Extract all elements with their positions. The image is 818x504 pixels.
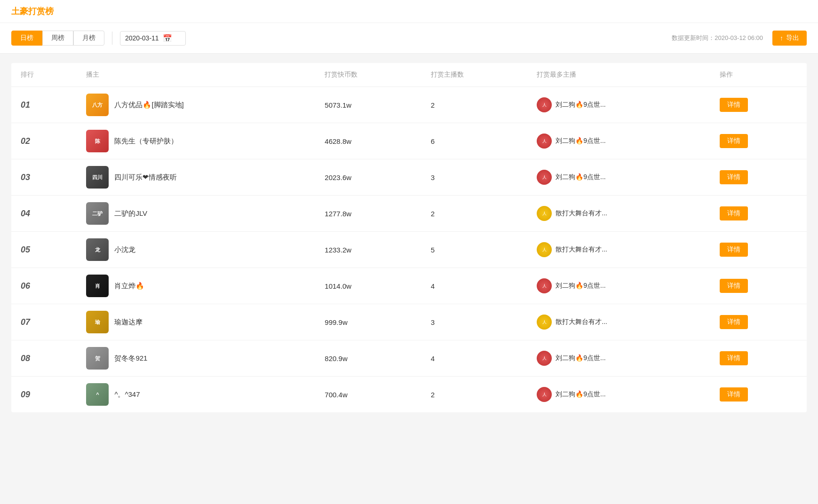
leaderboard-table-container: 排行 播主 打赏快币数 打赏主播数 打赏最多主播 操作 01 八方 八方优品🔥[… bbox=[11, 63, 807, 412]
detail-button[interactable]: 详情 bbox=[720, 351, 748, 365]
tippers-cell: 3 bbox=[421, 159, 527, 196]
tippers-count: 4 bbox=[431, 282, 435, 290]
rank-number: 06 bbox=[21, 281, 30, 291]
action-cell: 详情 bbox=[710, 304, 807, 340]
tippers-count: 3 bbox=[431, 173, 435, 181]
broadcaster-name: 四川可乐❤情感夜听 bbox=[114, 173, 177, 182]
rank-cell: 05 bbox=[11, 232, 77, 268]
top-tipper-cell: 人 散打大舞台有才... bbox=[527, 232, 710, 268]
action-cell: 详情 bbox=[710, 268, 807, 304]
broadcaster-avatar: 贺 bbox=[86, 347, 109, 370]
broadcaster-avatar: 八方 bbox=[86, 94, 109, 116]
tipper-name: 刘二狗🔥9点世... bbox=[556, 390, 605, 399]
page-header: 土豪打赏榜 bbox=[0, 0, 818, 23]
table-row: 09 ^ ^。^347 700.4w 2 人 刘二狗🔥9点世... bbox=[11, 377, 807, 413]
table-row: 01 八方 八方优品🔥[脚踏实地] 5073.1w 2 人 刘二狗🔥9点世... bbox=[11, 87, 807, 123]
top-tipper-cell: 人 刘二狗🔥9点世... bbox=[527, 340, 710, 377]
rank-cell: 03 bbox=[11, 159, 77, 196]
coins-cell: 1014.0w bbox=[315, 268, 421, 304]
table-row: 08 贺 贺冬冬921 820.9w 4 人 刘二狗🔥9点世... bbox=[11, 340, 807, 377]
action-cell: 详情 bbox=[710, 196, 807, 232]
broadcaster-avatar: 肖 bbox=[86, 275, 109, 297]
table-row: 04 二驴 二驴的JLV 1277.8w 2 人 散打大舞台有才... bbox=[11, 196, 807, 232]
tab-weekly[interactable]: 周榜 bbox=[42, 31, 73, 46]
rank-number: 05 bbox=[21, 245, 30, 254]
tipper-avatar: 人 bbox=[537, 387, 552, 402]
update-time: 数据更新时间：2020-03-12 06:00 bbox=[672, 34, 763, 42]
tippers-count: 3 bbox=[431, 318, 435, 326]
broadcaster-cell: 四川 四川可乐❤情感夜听 bbox=[77, 159, 315, 196]
tab-monthly[interactable]: 月榜 bbox=[73, 31, 104, 46]
broadcaster-cell: 肖 肖立烨🔥 bbox=[77, 268, 315, 304]
coins-cell: 700.4w bbox=[315, 377, 421, 413]
detail-button[interactable]: 详情 bbox=[720, 387, 748, 402]
toolbar: 日榜 周榜 月榜 2020-03-11 📅 数据更新时间：2020-03-12 … bbox=[0, 23, 818, 54]
col-coins: 打赏快币数 bbox=[315, 63, 421, 87]
broadcaster-name: 陈先生（专研护肤） bbox=[114, 137, 178, 146]
rank-cell: 07 bbox=[11, 304, 77, 340]
table-row: 03 四川 四川可乐❤情感夜听 2023.6w 3 人 刘二狗🔥9点世... bbox=[11, 159, 807, 196]
date-picker[interactable]: 2020-03-11 📅 bbox=[120, 31, 186, 46]
export-icon: ↑ bbox=[780, 34, 783, 42]
rank-cell: 08 bbox=[11, 340, 77, 377]
broadcaster-name: 八方优品🔥[脚踏实地] bbox=[114, 101, 183, 110]
tipper-name: 散打大舞台有才... bbox=[556, 245, 607, 254]
tipper-avatar: 人 bbox=[537, 315, 552, 330]
broadcaster-cell: 贺 贺冬冬921 bbox=[77, 340, 315, 377]
rank-number: 02 bbox=[21, 136, 30, 146]
rank-number: 08 bbox=[21, 354, 30, 363]
broadcaster-avatar: 二驴 bbox=[86, 202, 109, 225]
rank-number: 07 bbox=[21, 317, 30, 327]
divider bbox=[112, 32, 112, 45]
broadcaster-name: 二驴的JLV bbox=[114, 209, 147, 218]
coins-value: 1233.2w bbox=[325, 246, 351, 254]
col-tippers: 打赏主播数 bbox=[421, 63, 527, 87]
broadcaster-cell: 陈 陈先生（专研护肤） bbox=[77, 123, 315, 159]
tab-daily[interactable]: 日榜 bbox=[11, 31, 42, 46]
col-rank: 排行 bbox=[11, 63, 77, 87]
tipper-avatar: 人 bbox=[537, 97, 552, 112]
detail-button[interactable]: 详情 bbox=[720, 206, 748, 220]
tipper-avatar: 人 bbox=[537, 351, 552, 366]
top-tipper-cell: 人 刘二狗🔥9点世... bbox=[527, 159, 710, 196]
coins-cell: 999.9w bbox=[315, 304, 421, 340]
coins-value: 1277.8w bbox=[325, 210, 351, 218]
export-button[interactable]: ↑ 导出 bbox=[772, 31, 807, 46]
detail-button[interactable]: 详情 bbox=[720, 134, 748, 148]
broadcaster-cell: 龙 小沈龙 bbox=[77, 232, 315, 268]
broadcaster-name: 贺冬冬921 bbox=[114, 354, 147, 363]
broadcaster-avatar: 瑜 bbox=[86, 311, 109, 333]
rank-cell: 01 bbox=[11, 87, 77, 123]
detail-button[interactable]: 详情 bbox=[720, 315, 748, 329]
tippers-cell: 4 bbox=[421, 340, 527, 377]
tippers-cell: 4 bbox=[421, 268, 527, 304]
detail-button[interactable]: 详情 bbox=[720, 279, 748, 293]
detail-button[interactable]: 详情 bbox=[720, 243, 748, 257]
broadcaster-avatar: ^ bbox=[86, 383, 109, 406]
tippers-count: 4 bbox=[431, 354, 435, 362]
coins-value: 700.4w bbox=[325, 391, 347, 399]
top-tipper-cell: 人 刘二狗🔥9点世... bbox=[527, 123, 710, 159]
tippers-count: 2 bbox=[431, 210, 435, 218]
table-body: 01 八方 八方优品🔥[脚踏实地] 5073.1w 2 人 刘二狗🔥9点世... bbox=[11, 87, 807, 413]
detail-button[interactable]: 详情 bbox=[720, 170, 748, 184]
tippers-cell: 2 bbox=[421, 377, 527, 413]
rank-number: 09 bbox=[21, 390, 30, 399]
coins-cell: 1233.2w bbox=[315, 232, 421, 268]
detail-button[interactable]: 详情 bbox=[720, 98, 748, 112]
tippers-cell: 3 bbox=[421, 304, 527, 340]
broadcaster-name: 瑜迦达摩 bbox=[114, 318, 143, 327]
action-cell: 详情 bbox=[710, 377, 807, 413]
tipper-name: 散打大舞台有才... bbox=[556, 209, 607, 218]
top-tipper-cell: 人 刘二狗🔥9点世... bbox=[527, 268, 710, 304]
tipper-name: 刘二狗🔥9点世... bbox=[556, 101, 605, 109]
tipper-name: 刘二狗🔥9点世... bbox=[556, 354, 605, 362]
tippers-cell: 5 bbox=[421, 232, 527, 268]
coins-cell: 4628.8w bbox=[315, 123, 421, 159]
action-cell: 详情 bbox=[710, 87, 807, 123]
tippers-cell: 2 bbox=[421, 196, 527, 232]
rank-number: 03 bbox=[21, 173, 30, 182]
tipper-name: 刘二狗🔥9点世... bbox=[556, 173, 605, 181]
rank-number: 04 bbox=[21, 209, 30, 218]
tipper-avatar: 人 bbox=[537, 206, 552, 221]
